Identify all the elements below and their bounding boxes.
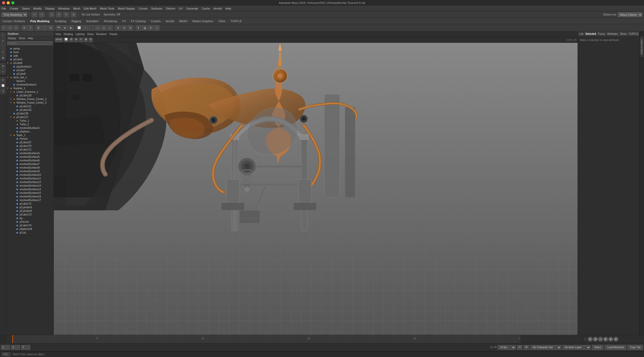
copy-tab-button[interactable]: Copy Tab <box>628 345 643 350</box>
tree-item[interactable]: ▣revolvedSurface11 <box>6 177 54 180</box>
menu-windows[interactable]: Windows <box>58 7 70 10</box>
tree-item[interactable]: ⌒bezier1 <box>6 79 54 83</box>
tree-item[interactable]: ▣pCube173 <box>6 213 54 216</box>
vp-wireframe[interactable]: ⊞ <box>69 38 73 42</box>
menu-arnold[interactable]: Arnold <box>214 7 222 10</box>
tree-item[interactable]: ◈Turbo_2 <box>6 122 54 126</box>
viewport-menu-shading[interactable]: Shading <box>64 33 73 36</box>
left-tool-layermanager[interactable]: ☰ <box>1 89 6 94</box>
tree-item[interactable]: ▼◈Spire_1 <box>6 133 54 137</box>
tree-item[interactable]: ▣revolvedSurface15 <box>6 191 54 195</box>
vp-resolution[interactable]: ⊟ <box>89 38 93 42</box>
outliner-menu-help[interactable]: Help <box>28 37 33 40</box>
tree-item[interactable]: ▣pCylinder8 <box>6 205 54 209</box>
tab-animation[interactable]: Animation <box>85 19 100 23</box>
tab-fx[interactable]: FX <box>121 19 127 23</box>
vp-camera-select[interactable]: persp <box>55 38 63 42</box>
tool-sphere[interactable]: ○ <box>82 25 88 31</box>
tree-item[interactable]: ▣revolvedSurface17 <box>6 198 54 202</box>
menu-modify[interactable]: Modify <box>33 7 41 10</box>
tree-item[interactable]: ▣pCube2 <box>6 57 54 61</box>
tool-snap-grid[interactable]: ⊞ <box>36 25 41 31</box>
tool-render[interactable]: ◈ <box>62 25 68 31</box>
outliner-tree[interactable]: ▣persp▣front▣side▣pCube2▼◈pCube6▣polySur… <box>6 46 54 335</box>
tree-item[interactable]: ▣revolvedSurface5 <box>6 155 54 159</box>
left-tool-snap[interactable]: ⊞ <box>1 63 6 69</box>
tree-item[interactable]: ▣revolvedSurface8 <box>6 166 54 169</box>
menu-uv[interactable]: UV <box>179 7 183 10</box>
tree-item[interactable]: ▣pTorus4 <box>6 220 54 223</box>
tab-fx-caching[interactable]: FX Caching <box>130 19 147 23</box>
tool-select[interactable]: ⬡ <box>49 12 55 18</box>
menu-select[interactable]: Select <box>22 7 30 10</box>
tree-item[interactable]: ▣pCube7 <box>6 68 54 72</box>
left-tool-timeline[interactable]: ⊟ <box>1 77 6 82</box>
menu-curves[interactable]: Curves <box>139 7 148 10</box>
menu-deform[interactable]: Deform <box>166 7 175 10</box>
step-fwd-btn[interactable]: ▶ <box>608 337 613 342</box>
tool-cone[interactable]: △ <box>107 25 113 31</box>
tab-arnold[interactable]: Arnold <box>165 19 175 23</box>
close-button[interactable] <box>2 1 5 4</box>
start-frame-field[interactable] <box>1 345 10 350</box>
attr-tab-turtle[interactable]: TURTLE <box>629 32 639 35</box>
playhead[interactable] <box>12 335 13 343</box>
tree-item[interactable]: ▣side <box>6 54 54 57</box>
maximize-button[interactable] <box>11 1 14 4</box>
tree-item[interactable]: ▼◈Lower_Entrance_1 <box>6 90 54 94</box>
left-tool-curve[interactable]: ⌒ <box>1 44 6 49</box>
tree-item[interactable]: ▣pCube135 <box>6 112 54 115</box>
mode-selector[interactable]: Poly Modeling <box>2 12 27 17</box>
tree-item[interactable]: ▣Person <box>6 137 54 140</box>
left-tool-sculpt[interactable]: ◉ <box>1 55 6 60</box>
attr-tab-list[interactable]: List <box>579 32 583 35</box>
menu-generate[interactable]: Generate <box>186 7 198 10</box>
tool-text[interactable]: T <box>28 25 33 31</box>
window-controls[interactable] <box>2 1 14 4</box>
menu-display[interactable]: Display <box>45 7 55 10</box>
tool-bool[interactable]: ⊞ <box>128 25 133 31</box>
viewport-menu-renderer[interactable]: Renderer <box>96 33 107 36</box>
tool-cylinder[interactable]: ⬛ <box>89 25 94 31</box>
tool-paint[interactable]: ✏ <box>13 25 19 31</box>
tree-item[interactable]: ▣ba... <box>6 216 54 220</box>
tool-cube[interactable]: ⬜ <box>76 25 82 31</box>
tree-item[interactable]: ▣pCube167 <box>6 140 54 144</box>
fwd-to-end-btn[interactable]: ⏭ <box>614 337 618 342</box>
tree-item[interactable]: ▼◈Window_Frame_Center_1 <box>6 97 54 101</box>
tab-motion-graphics[interactable]: Motion Graphics <box>191 19 214 23</box>
tree-item[interactable]: ▼◈Arch_Set_1 <box>6 76 54 79</box>
tree-item[interactable]: ▣pCube170 <box>6 144 54 148</box>
tree-item[interactable]: ▣front <box>6 50 54 54</box>
outliner-menu-display[interactable]: Display <box>8 37 16 40</box>
tool-torus[interactable]: ◎ <box>101 25 107 31</box>
tree-item[interactable]: ▣revolvedSurface10 <box>6 173 54 177</box>
left-tool-options[interactable]: ≡ <box>1 69 6 74</box>
attr-tab-attributes[interactable]: Attributes <box>607 32 618 35</box>
tool-move2[interactable]: ⊕ <box>21 25 27 31</box>
attr-tab-selected[interactable]: Selected <box>586 32 596 35</box>
tree-item[interactable]: ▣revolvedSurface7 <box>6 162 54 166</box>
tab-sculpting[interactable]: Sculpting <box>54 19 67 23</box>
tool-lasso[interactable]: ⊙ <box>7 25 13 31</box>
tool-separate[interactable]: ⊗ <box>121 25 127 31</box>
current-frame-field[interactable] <box>11 345 20 350</box>
tool-extrude[interactable]: ⬆ <box>135 25 141 31</box>
minimize-button[interactable] <box>7 1 10 4</box>
viewport-menu-view[interactable]: View <box>55 33 61 36</box>
tree-item[interactable]: ▣pCube133 <box>6 108 54 112</box>
tool-fill[interactable]: ⬡ <box>154 25 160 31</box>
viewport-menu-lighting[interactable]: Lighting <box>75 33 84 36</box>
tree-item[interactable]: ▣pCube174 <box>6 223 54 227</box>
tree-item[interactable]: ▣revolvedSurface2 <box>6 126 54 130</box>
outliner-menu-show[interactable]: Show <box>19 37 25 40</box>
tool-scale[interactable]: ⇲ <box>71 12 76 18</box>
vp-shadows[interactable]: ◑ <box>84 38 88 42</box>
tool-combine[interactable]: ⊕ <box>115 25 121 31</box>
menu-surfaces[interactable]: Surfaces <box>151 7 162 10</box>
workspace-selector[interactable]: Maya Classic <box>618 12 642 17</box>
tool-select-arrow[interactable]: ↖ <box>1 25 7 31</box>
menu-mesh[interactable]: Mesh <box>73 7 80 10</box>
tool-redo[interactable]: ↪ <box>39 12 45 18</box>
tab-curves-surfaces[interactable]: Curves / Surfaces <box>2 19 26 23</box>
